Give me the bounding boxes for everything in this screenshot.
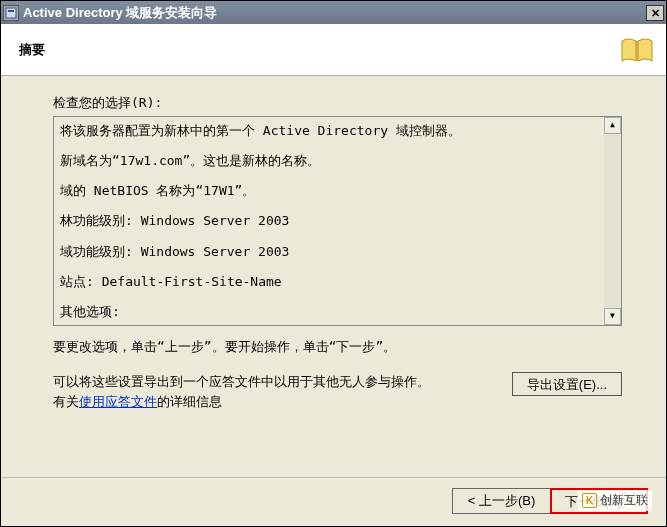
wizard-body: 检查您的选择(R): 将该服务器配置为新林中的第一个 Active Direct…	[1, 76, 666, 467]
close-button[interactable]: ✕	[646, 5, 664, 21]
wizard-window: Active Directory 域服务安装向导 ✕ 摘要 检查您的选择(R):…	[0, 0, 667, 527]
summary-line: 域的 NetBIOS 名称为“17W1”。	[60, 181, 599, 201]
instruction-text: 要更改选项，单击“上一步”。要开始操作，单击“下一步”。	[53, 338, 622, 356]
export-info-suffix: 的详细信息	[157, 394, 222, 409]
scroll-down-button[interactable]: ▼	[604, 308, 621, 325]
summary-textbox[interactable]: 将该服务器配置为新林中的第一个 Active Directory 域控制器。 新…	[53, 116, 622, 326]
summary-line: 新域名为“17w1.com”。这也是新林的名称。	[60, 151, 599, 171]
summary-line: 将该服务器配置为新林中的第一个 Active Directory 域控制器。	[60, 121, 599, 141]
next-button[interactable]: 下一步(N) >	[550, 488, 648, 514]
scroll-up-button[interactable]: ▲	[604, 117, 621, 134]
summary-line: 林功能级别: Windows Server 2003	[60, 211, 599, 231]
export-settings-button[interactable]: 导出设置(E)...	[512, 372, 622, 396]
summary-line: 站点: Default-First-Site-Name	[60, 272, 599, 292]
summary-scrollbar[interactable]: ▲ ▼	[604, 117, 621, 325]
export-description: 可以将这些设置导出到一个应答文件中以用于其他无人参与操作。 有关使用应答文件的详…	[53, 372, 496, 411]
window-title: Active Directory 域服务安装向导	[23, 4, 646, 22]
back-button[interactable]: < 上一步(B)	[452, 488, 550, 514]
help-book-icon	[620, 35, 654, 65]
summary-line: 域功能级别: Windows Server 2003	[60, 242, 599, 262]
answer-files-link[interactable]: 使用应答文件	[79, 394, 157, 409]
review-selections-label: 检查您的选择(R):	[53, 94, 622, 112]
titlebar: Active Directory 域服务安装向导 ✕	[1, 1, 666, 24]
svg-rect-1	[8, 10, 14, 12]
scroll-track[interactable]	[604, 134, 621, 308]
app-icon	[3, 5, 19, 21]
wizard-footer: < 上一步(B) 下一步(N) > K 创新互联	[1, 478, 666, 526]
page-title: 摘要	[19, 41, 620, 59]
export-row: 可以将这些设置导出到一个应答文件中以用于其他无人参与操作。 有关使用应答文件的详…	[53, 372, 622, 411]
wizard-header: 摘要	[1, 24, 666, 76]
summary-line: 其他选项:	[60, 302, 599, 322]
export-text-prefix: 可以将这些设置导出到一个应答文件中以用于其他无人参与操作。	[53, 374, 430, 389]
export-info-prefix: 有关	[53, 394, 79, 409]
svg-rect-0	[6, 8, 16, 18]
